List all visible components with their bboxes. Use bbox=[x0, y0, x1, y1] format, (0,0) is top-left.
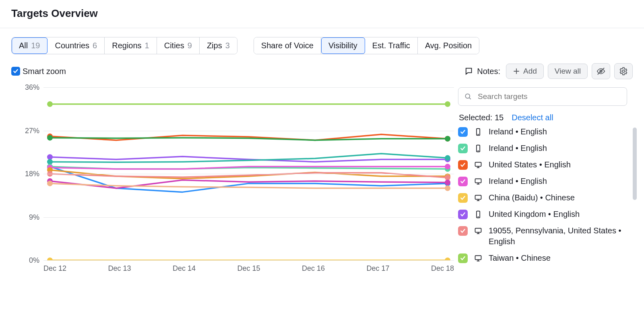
legend-item[interactable]: Ireland • English bbox=[458, 126, 627, 137]
series-point[interactable] bbox=[47, 101, 53, 107]
selected-count-label: Selected: 15 bbox=[459, 113, 504, 122]
visibility-toggle-button[interactable] bbox=[592, 63, 610, 79]
page-title: Targets Overview bbox=[11, 7, 633, 20]
legend-checkbox[interactable] bbox=[458, 193, 468, 203]
mobile-icon bbox=[473, 127, 483, 137]
legend-panel: Selected: 15 Deselect all Ireland • Engl… bbox=[458, 87, 644, 273]
legend-checkbox[interactable] bbox=[458, 177, 468, 186]
eye-off-icon bbox=[597, 67, 605, 76]
main-area: 0%9%18%27%36% Dec 12Dec 13Dec 14Dec 15De… bbox=[0, 79, 644, 273]
series-line[interactable] bbox=[50, 154, 448, 163]
legend-label: 19055, Pennsylvania, United States • Eng… bbox=[489, 225, 627, 247]
svg-rect-15 bbox=[475, 195, 481, 199]
legend-label: China (Baidu) • Chinese bbox=[489, 192, 575, 203]
legend-label: United States • English bbox=[489, 159, 571, 170]
svg-rect-12 bbox=[475, 179, 481, 183]
notes-view-all-button[interactable]: View all bbox=[548, 64, 588, 79]
series-point[interactable] bbox=[445, 136, 450, 142]
series-point[interactable] bbox=[445, 164, 450, 169]
smart-zoom-checkbox[interactable]: Smart zoom bbox=[11, 67, 66, 76]
filter-bar: All19Countries6Regions1Cities9Zips3 Shar… bbox=[0, 28, 644, 54]
check-icon bbox=[11, 67, 20, 76]
svg-rect-23 bbox=[475, 255, 481, 260]
legend-label: Ireland • English bbox=[489, 126, 547, 137]
series-point[interactable] bbox=[445, 155, 450, 161]
svg-line-4 bbox=[469, 98, 471, 99]
mobile-icon bbox=[473, 144, 483, 153]
segment-cities[interactable]: Cities9 bbox=[157, 37, 200, 54]
notes-label: Notes: bbox=[465, 67, 500, 76]
legend-label: Taiwan • Chinese bbox=[489, 253, 551, 264]
legend-checkbox[interactable] bbox=[458, 253, 468, 263]
desktop-icon bbox=[473, 253, 483, 263]
controls-row: Smart zoom Notes: Add View all bbox=[0, 54, 644, 79]
targets-search[interactable] bbox=[458, 87, 627, 106]
legend-item[interactable]: Taiwan • Chinese bbox=[458, 253, 627, 264]
legend-item[interactable]: Ireland • English bbox=[458, 176, 627, 187]
series-line[interactable] bbox=[50, 170, 448, 179]
desktop-icon bbox=[473, 160, 483, 170]
smart-zoom-label: Smart zoom bbox=[23, 67, 66, 76]
series-point[interactable] bbox=[445, 258, 450, 260]
legend-checkbox[interactable] bbox=[458, 226, 468, 236]
line-chart[interactable] bbox=[43, 87, 454, 260]
legend-item[interactable]: United States • English bbox=[458, 159, 627, 170]
y-axis-labels: 0%9%18%27%36% bbox=[11, 87, 39, 260]
metric-segments: Share of VoiceVisibilityEst. TrafficAvg.… bbox=[254, 37, 479, 54]
segment-est-traffic[interactable]: Est. Traffic bbox=[365, 37, 418, 54]
series-point[interactable] bbox=[47, 258, 53, 260]
plus-icon bbox=[513, 68, 520, 75]
series-point[interactable] bbox=[47, 135, 53, 140]
svg-point-2 bbox=[622, 70, 625, 72]
series-point[interactable] bbox=[445, 185, 450, 191]
legend-item[interactable]: Ireland • English bbox=[458, 143, 627, 154]
svg-rect-9 bbox=[475, 162, 481, 166]
segment-regions[interactable]: Regions1 bbox=[105, 37, 157, 54]
legend-label: Ireland • English bbox=[489, 176, 547, 187]
desktop-icon bbox=[473, 226, 483, 236]
legend-checkbox[interactable] bbox=[458, 160, 468, 170]
desktop-icon bbox=[473, 193, 483, 203]
segment-visibility[interactable]: Visibility bbox=[321, 37, 365, 54]
segment-countries[interactable]: Countries6 bbox=[47, 37, 105, 54]
desktop-icon bbox=[473, 177, 483, 186]
chart-area: 0%9%18%27%36% Dec 12Dec 13Dec 14Dec 15De… bbox=[11, 87, 458, 273]
legend-checkbox[interactable] bbox=[458, 127, 468, 137]
series-point[interactable] bbox=[47, 159, 53, 165]
series-point[interactable] bbox=[47, 154, 53, 160]
legend-label: Ireland • English bbox=[489, 143, 547, 154]
segment-avg-position[interactable]: Avg. Position bbox=[418, 37, 479, 54]
scope-segments: All19Countries6Regions1Cities9Zips3 bbox=[11, 37, 237, 54]
page-header: Targets Overview bbox=[0, 0, 644, 28]
legend-item[interactable]: 19055, Pennsylvania, United States • Eng… bbox=[458, 225, 627, 247]
series-point[interactable] bbox=[445, 175, 450, 181]
search-icon bbox=[464, 93, 472, 101]
legend-item[interactable]: United Kingdom • English bbox=[458, 209, 627, 220]
segment-zips[interactable]: Zips3 bbox=[200, 37, 237, 54]
svg-point-3 bbox=[465, 94, 470, 98]
legend-item[interactable]: China (Baidu) • Chinese bbox=[458, 192, 627, 203]
notes-add-button[interactable]: Add bbox=[506, 64, 544, 79]
settings-button[interactable] bbox=[614, 63, 633, 79]
deselect-all-link[interactable]: Deselect all bbox=[512, 113, 553, 122]
legend-label: United Kingdom • English bbox=[489, 209, 580, 220]
gear-icon bbox=[619, 67, 628, 76]
legend-checkbox[interactable] bbox=[458, 144, 468, 153]
note-icon bbox=[465, 67, 474, 76]
series-point[interactable] bbox=[445, 180, 450, 185]
scrollbar-thumb[interactable] bbox=[633, 128, 637, 200]
legend-list: Ireland • EnglishIreland • EnglishUnited… bbox=[458, 126, 627, 264]
segment-all[interactable]: All19 bbox=[12, 37, 47, 54]
mobile-icon bbox=[473, 210, 483, 219]
targets-search-input[interactable] bbox=[477, 92, 621, 101]
series-point[interactable] bbox=[47, 181, 53, 186]
svg-rect-20 bbox=[475, 228, 481, 232]
series-point[interactable] bbox=[445, 101, 450, 107]
x-axis-labels: Dec 12Dec 13Dec 14Dec 15Dec 16Dec 17Dec … bbox=[43, 260, 454, 273]
segment-share-of-voice[interactable]: Share of Voice bbox=[254, 37, 321, 54]
legend-checkbox[interactable] bbox=[458, 210, 468, 219]
